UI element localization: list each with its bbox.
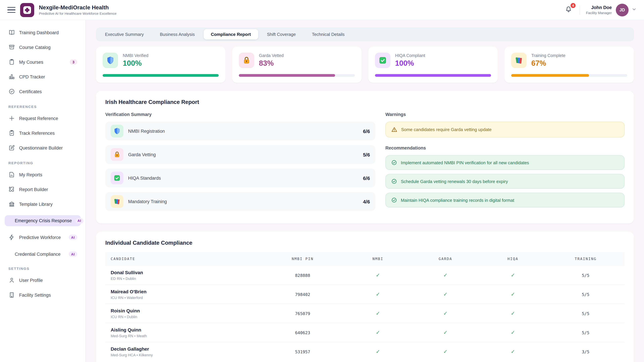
clipboard-check-icon bbox=[8, 130, 15, 136]
archive-box-icon bbox=[8, 44, 15, 51]
verification-label: HIQA Standards bbox=[128, 175, 358, 180]
sidebar-item-label: Credential Compliance bbox=[15, 252, 65, 257]
table-row: Aisling Quinn Med-Surg RN • Meath 640623… bbox=[105, 323, 624, 342]
progress-fill bbox=[375, 74, 491, 77]
report-title: Irish Healthcare Compliance Report bbox=[105, 99, 624, 105]
training-score: 5/5 bbox=[547, 266, 624, 285]
warnings-recommendations-column: Warnings Some candidates require Garda v… bbox=[386, 112, 624, 216]
candidate-name: Aisling Quinn bbox=[111, 327, 256, 333]
kpi-card-garda-vetted: Garda Vetted 83% bbox=[232, 46, 362, 83]
sidebar-item-my-reports[interactable]: My Reports bbox=[5, 168, 81, 181]
candidate-name: Declan Gallagher bbox=[111, 346, 256, 352]
sidebar-item-emergency-crisis-response[interactable]: Emergency Crisis Response AI bbox=[5, 215, 81, 226]
kpi-card-nmbi-verified: NMBI Verified 100% bbox=[96, 46, 226, 83]
sidebar-item-request-reference[interactable]: Request Reference bbox=[5, 112, 81, 125]
warning-triangle-icon bbox=[391, 126, 398, 133]
sidebar-item-template-library[interactable]: Template Library bbox=[5, 198, 81, 211]
nmbi-check-icon: ✓ bbox=[344, 342, 412, 361]
sidebar-item-label: Emergency Crisis Response bbox=[15, 218, 77, 223]
hiqa-check-icon: ✓ bbox=[479, 342, 546, 361]
sidebar-item-predictive-workforce[interactable]: Predictive Workforce AI bbox=[5, 231, 81, 244]
sidebar-item-credential-compliance[interactable]: Credential Compliance AI bbox=[5, 248, 81, 260]
sidebar-item-training-dashboard[interactable]: Training Dashboard bbox=[5, 26, 81, 39]
shield-icon bbox=[103, 53, 118, 68]
candidate-table: CANDIDATE NMBI PIN NMBI GARDA HIQA TRAIN… bbox=[105, 252, 624, 361]
garda-check-icon: ✓ bbox=[412, 285, 479, 304]
check-square-icon bbox=[375, 53, 390, 68]
progress-fill bbox=[511, 74, 589, 77]
recommendation-text: Implement automated NMBI PIN verificatio… bbox=[401, 160, 529, 165]
kpi-label: Training Complete bbox=[531, 53, 565, 58]
sidebar-item-report-builder[interactable]: Report Builder bbox=[5, 183, 81, 196]
candidate-pin: 640623 bbox=[261, 323, 344, 342]
sidebar-item-label: Questionnaire Builder bbox=[19, 145, 77, 150]
tab-executive-summary[interactable]: Executive Summary bbox=[98, 29, 151, 39]
sidebar-item-track-references[interactable]: Track References bbox=[5, 127, 81, 139]
kpi-label: Garda Vetted bbox=[259, 53, 284, 58]
lock-icon bbox=[239, 53, 254, 68]
shield-icon bbox=[111, 125, 124, 137]
report-tabs: Executive Summary Business Analysis Comp… bbox=[96, 27, 634, 41]
verification-row-hiqa: HIQA Standards 6/6 bbox=[105, 169, 375, 187]
sidebar-item-course-catalog[interactable]: Course Catalog bbox=[5, 41, 81, 54]
pencil-square-icon bbox=[8, 144, 15, 151]
app-title-block: Nexgile-MediOracle Health Predictive AI … bbox=[39, 4, 116, 15]
lightning-bolt-icon bbox=[8, 234, 15, 241]
column-header-nmbi-pin: NMBI PIN bbox=[261, 252, 344, 266]
verification-value: 6/6 bbox=[363, 128, 370, 134]
lock-icon bbox=[111, 148, 124, 161]
sidebar-item-label: Training Dashboard bbox=[19, 30, 77, 35]
app-subtitle: Predictive AI for Healthcare Workforce E… bbox=[39, 11, 116, 15]
recommendation-text: Maintain HIQA compliance training record… bbox=[401, 198, 514, 203]
book-open-icon bbox=[8, 29, 15, 36]
progress-track bbox=[511, 74, 627, 77]
column-header-garda: GARDA bbox=[412, 252, 479, 266]
sidebar-item-label: User Profile bbox=[19, 278, 77, 283]
kpi-label: NMBI Verified bbox=[123, 53, 148, 58]
candidate-name: Mairead O'Brien bbox=[111, 289, 256, 294]
sidebar-item-label: Request Reference bbox=[19, 116, 77, 121]
books-icon bbox=[511, 53, 526, 68]
sidebar-section-references: REFERENCES bbox=[8, 105, 77, 109]
table-row: Roisin Quinn ICU RN • Dublin 765079 ✓ ✓ … bbox=[105, 304, 624, 323]
tab-compliance-report[interactable]: Compliance Report bbox=[204, 29, 258, 39]
sidebar-item-questionnaire-builder[interactable]: Questionnaire Builder bbox=[5, 141, 81, 154]
sidebar-item-cpd-tracker[interactable]: CPD Tracker bbox=[5, 70, 81, 83]
avatar[interactable]: JD bbox=[616, 3, 628, 16]
hiqa-check-icon: ✓ bbox=[479, 266, 546, 285]
sidebar-item-facility-settings[interactable]: Facility Settings bbox=[5, 289, 81, 301]
check-square-icon bbox=[111, 172, 124, 184]
garda-check-icon: ✓ bbox=[412, 323, 479, 342]
notifications-button[interactable]: 4 bbox=[564, 4, 574, 15]
candidate-meta: Med-Surg HCA • Kilkenny bbox=[111, 353, 256, 357]
candidate-pin: 798402 bbox=[261, 285, 344, 304]
candidate-compliance-card: Individual Candidate Compliance CANDIDAT… bbox=[96, 232, 634, 362]
sidebar-section-settings: SETTINGS bbox=[8, 267, 77, 271]
verification-row-nmbi: NMBI Registration 6/6 bbox=[105, 122, 375, 140]
sidebar-item-label: Predictive Workforce bbox=[19, 235, 65, 240]
user-menu-chevron[interactable] bbox=[632, 7, 636, 13]
building-icon bbox=[8, 292, 15, 298]
training-score: 5/5 bbox=[547, 323, 624, 342]
user-icon bbox=[8, 277, 15, 284]
sidebar-item-my-courses[interactable]: My Courses 3 bbox=[5, 56, 81, 68]
garda-check-icon: ✓ bbox=[412, 342, 479, 361]
verification-summary-column: Verification Summary NMBI Registration 6… bbox=[105, 112, 375, 216]
candidate-name: Roisin Quinn bbox=[111, 308, 256, 313]
hiqa-check-icon: ✓ bbox=[479, 323, 546, 342]
tab-technical-details[interactable]: Technical Details bbox=[304, 29, 352, 39]
table-row: Mairead O'Brien ICU RN • Waterford 79840… bbox=[105, 285, 624, 304]
sidebar-item-certificates[interactable]: Certificates bbox=[5, 85, 81, 98]
tab-business-analysis[interactable]: Business Analysis bbox=[152, 29, 202, 39]
tab-shift-coverage[interactable]: Shift Coverage bbox=[260, 29, 303, 39]
sidebar-item-label: CPD Tracker bbox=[19, 74, 77, 79]
warnings-heading: Warnings bbox=[386, 112, 624, 117]
training-score: 5/5 bbox=[547, 285, 624, 304]
verification-row-garda: Garda Vetting 5/6 bbox=[105, 145, 375, 164]
candidate-meta: Med-Surg RN • Meath bbox=[111, 334, 256, 338]
kpi-cards: NMBI Verified 100% Garda Vett bbox=[96, 46, 634, 83]
nmbi-check-icon: ✓ bbox=[344, 304, 412, 323]
progress-fill bbox=[239, 74, 335, 77]
hamburger-menu-icon[interactable] bbox=[8, 7, 16, 13]
sidebar-item-user-profile[interactable]: User Profile bbox=[5, 274, 81, 287]
